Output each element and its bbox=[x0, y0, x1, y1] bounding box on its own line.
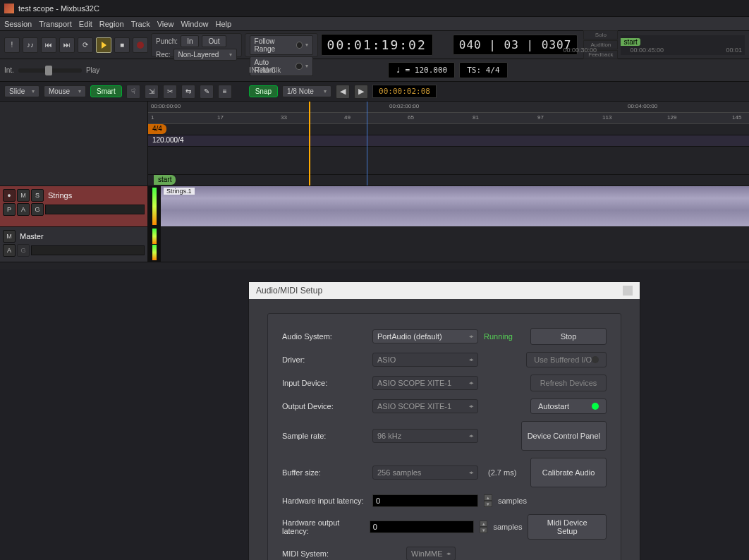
track-lane-strings[interactable]: Strings.1 bbox=[161, 186, 749, 226]
stop-engine-button[interactable]: Stop bbox=[530, 328, 607, 345]
buffer-size-label: Buffer size: bbox=[282, 468, 367, 477]
calibrate-audio-button[interactable]: Calibrate Audio bbox=[530, 458, 607, 487]
sample-rate-label: Sample rate: bbox=[282, 432, 367, 440]
edit-cursor[interactable] bbox=[367, 102, 367, 185]
buffer-ms: (2.7 ms) bbox=[488, 468, 516, 477]
marker-start[interactable]: start bbox=[621, 38, 640, 46]
track-solo-button[interactable]: S bbox=[31, 189, 44, 202]
midi-panic-button[interactable]: ! bbox=[4, 37, 20, 53]
pointer-tool-icon[interactable]: ☟ bbox=[126, 85, 140, 99]
draw-tool-icon[interactable]: ✎ bbox=[200, 85, 214, 99]
solo-indicator[interactable]: Solo bbox=[583, 30, 618, 39]
menu-edit[interactable]: Edit bbox=[79, 20, 92, 28]
track-rec-button[interactable]: ● bbox=[3, 189, 16, 202]
goto-end-button[interactable]: ⏭ bbox=[59, 37, 75, 53]
master-name: Master bbox=[20, 232, 44, 241]
buffered-io-button[interactable]: Use Buffered I/O bbox=[526, 352, 607, 367]
device-control-panel-button[interactable]: Device Control Panel bbox=[521, 421, 607, 451]
menu-session[interactable]: Session bbox=[4, 20, 32, 28]
menu-view[interactable]: View bbox=[157, 20, 174, 28]
audio-system-select[interactable]: PortAudio (default) bbox=[372, 329, 478, 343]
input-device-label: Input Device: bbox=[282, 379, 367, 387]
timefx-tool-icon[interactable]: ⇆ bbox=[181, 85, 195, 99]
ts-display[interactable]: TS: 4/4 bbox=[459, 62, 507, 78]
marker-strip[interactable]: start 00:00:30:00 00:00:45:00 00:01 bbox=[621, 35, 745, 55]
track-lane-master[interactable] bbox=[161, 227, 749, 262]
timecode-ruler[interactable]: 00:00:00:00 00:02:00:00 00:04:00:00 bbox=[148, 102, 749, 113]
snap-grid-select[interactable]: 1/8 Note bbox=[282, 85, 331, 97]
menu-window[interactable]: Window bbox=[181, 20, 208, 28]
punch-in-button[interactable]: In bbox=[181, 35, 199, 47]
master-fader[interactable] bbox=[31, 245, 145, 255]
master-meter bbox=[148, 227, 161, 262]
midi-system-label: MIDI System: bbox=[282, 549, 367, 558]
record-button[interactable] bbox=[133, 37, 148, 53]
sample-rate-select[interactable]: 96 kHz bbox=[372, 429, 478, 443]
play-button[interactable] bbox=[96, 37, 111, 53]
menu-help[interactable]: Help bbox=[216, 20, 232, 28]
sync-label: INT/M-Clk bbox=[249, 66, 281, 74]
menu-region[interactable]: Region bbox=[99, 20, 124, 28]
goto-start-button[interactable]: ⏮ bbox=[41, 37, 56, 53]
refresh-devices-button[interactable]: Refresh Devices bbox=[530, 375, 607, 391]
hw-input-latency-input[interactable] bbox=[372, 494, 478, 507]
menu-track[interactable]: Track bbox=[131, 20, 150, 28]
content-tool-icon[interactable]: ≡ bbox=[218, 85, 232, 99]
playhead[interactable] bbox=[309, 102, 310, 185]
dialog-close-button[interactable] bbox=[623, 286, 633, 296]
rec-mode-select[interactable]: Non-Layered bbox=[173, 49, 237, 61]
hw-output-latency-input[interactable] bbox=[370, 521, 474, 533]
driver-select[interactable]: ASIO bbox=[372, 353, 478, 367]
timesig-ruler[interactable]: 4/4 bbox=[148, 124, 749, 135]
track-meter bbox=[148, 186, 161, 226]
hil-spinner[interactable]: ▴▾ bbox=[484, 494, 492, 507]
region-label: Strings.1 bbox=[164, 188, 195, 195]
punch-out-button[interactable]: Out bbox=[202, 35, 226, 47]
tempo-display[interactable]: ♩ = 120.000 bbox=[388, 62, 455, 78]
timecode-display[interactable]: 00:01:19:02 bbox=[321, 34, 433, 56]
track-fader[interactable] bbox=[45, 205, 145, 214]
midi-device-setup-button[interactable]: Midi Device Setup bbox=[528, 514, 607, 540]
shuttle-slider[interactable] bbox=[18, 68, 82, 73]
track-mute-button[interactable]: M bbox=[17, 189, 30, 202]
stop-button[interactable]: ■ bbox=[114, 37, 130, 53]
tempo-ruler[interactable]: 120.000/4 bbox=[148, 135, 749, 147]
follow-range-select[interactable]: Follow Range bbox=[250, 35, 313, 55]
range-tool-icon[interactable]: ⇲ bbox=[145, 85, 159, 99]
metronome-button[interactable]: ♪♪ bbox=[23, 37, 38, 53]
nudge-back-button[interactable]: ◀ bbox=[336, 85, 350, 99]
nudge-fwd-button[interactable]: ▶ bbox=[354, 85, 368, 99]
audio-region[interactable] bbox=[161, 186, 749, 226]
range-ruler[interactable] bbox=[148, 147, 749, 175]
audio-midi-setup-dialog: Audio/MIDI Setup Audio System: PortAudio… bbox=[248, 281, 640, 560]
input-device-select[interactable]: ASIO SCOPE XITE-1 bbox=[372, 376, 478, 390]
output-device-label: Output Device: bbox=[282, 402, 367, 410]
marker-ruler[interactable]: start bbox=[148, 175, 749, 185]
cut-tool-icon[interactable]: ✂ bbox=[163, 85, 177, 99]
dialog-title: Audio/MIDI Setup bbox=[256, 286, 322, 296]
menu-bar: Session Transport Edit Region Track View… bbox=[0, 17, 749, 31]
menu-transport[interactable]: Transport bbox=[39, 20, 72, 28]
track-automation-button[interactable]: A bbox=[17, 203, 30, 216]
hol-spinner[interactable]: ▴▾ bbox=[480, 521, 488, 533]
loop-button[interactable]: ⟳ bbox=[78, 37, 93, 53]
punch-label: Punch: bbox=[156, 37, 178, 45]
mouse-mode-select[interactable]: Mouse bbox=[44, 85, 86, 97]
snap-button[interactable]: Snap bbox=[249, 85, 278, 97]
track-header-master[interactable]: M Master A G bbox=[0, 227, 148, 262]
output-device-select[interactable]: ASIO SCOPE XITE-1 bbox=[372, 399, 478, 413]
autostart-button[interactable]: Autostart bbox=[530, 398, 607, 414]
edit-mode-select[interactable]: Slide bbox=[4, 85, 39, 97]
bbt-display[interactable]: 040 | 03 | 0307 bbox=[453, 35, 578, 55]
midi-system-select[interactable]: WinMME bbox=[406, 547, 456, 560]
bars-ruler[interactable]: 1 17 33 49 65 81 97 113 129 145 bbox=[148, 113, 749, 124]
master-mute-button[interactable]: M bbox=[3, 230, 16, 243]
int-label: Int. bbox=[4, 66, 14, 74]
track-playlist-button[interactable]: P bbox=[3, 203, 16, 216]
nudge-clock[interactable]: 00:00:02:08 bbox=[372, 85, 437, 98]
smart-button[interactable]: Smart bbox=[90, 85, 122, 97]
track-group-button[interactable]: G bbox=[31, 203, 44, 216]
track-header-strings[interactable]: ● M S Strings P A G bbox=[0, 186, 148, 226]
buffer-size-select[interactable]: 256 samples bbox=[372, 465, 478, 480]
master-automation-button[interactable]: A bbox=[3, 244, 16, 257]
